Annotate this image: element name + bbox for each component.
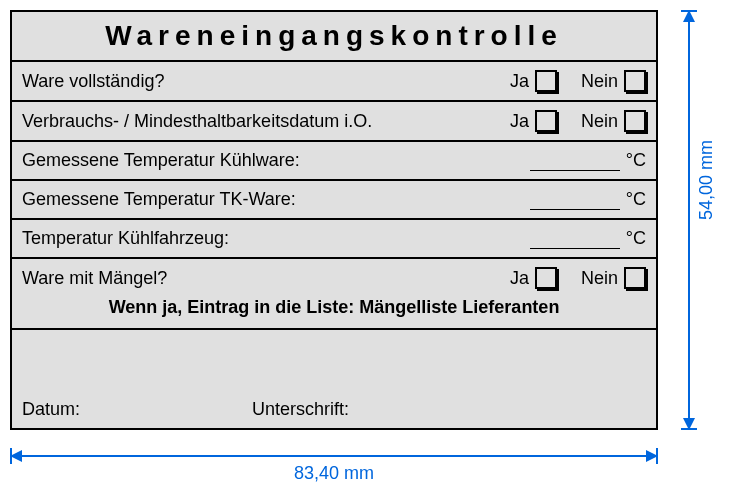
- label-yes: Ja: [510, 71, 529, 92]
- row-defects: Ware mit Mängel? Ja Nein Wenn ja, Eintra…: [12, 259, 656, 330]
- row-temp-vehicle: Temperatur Kühlfahrzeug: °C: [12, 220, 656, 259]
- defects-note: Wenn ja, Eintrag in die Liste: Mängellis…: [22, 297, 646, 318]
- dimension-height-label: 54,00 mm: [696, 140, 717, 220]
- label-expiry: Verbrauchs- / Mindesthaltbarkeitsdatum i…: [22, 111, 510, 132]
- form-title: Wareneingangskontrolle: [12, 12, 656, 62]
- label-temp-frozen: Gemessene Temperatur TK-Ware:: [22, 189, 530, 210]
- label-signature: Unterschrift:: [252, 399, 349, 420]
- checkbox-defects-yes[interactable]: [535, 267, 557, 289]
- unit-celsius: °C: [626, 189, 646, 210]
- row-expiry: Verbrauchs- / Mindesthaltbarkeitsdatum i…: [12, 102, 656, 142]
- yn-group: Ja Nein: [510, 70, 646, 92]
- row-signature: Datum: Unterschrift:: [12, 330, 656, 428]
- label-no: Nein: [581, 111, 618, 132]
- row-ware-complete: Ware vollständig? Ja Nein: [12, 62, 656, 102]
- label-yes: Ja: [510, 111, 529, 132]
- label-defects: Ware mit Mängel?: [22, 268, 510, 289]
- label-no: Nein: [581, 268, 618, 289]
- row-temp-frozen: Gemessene Temperatur TK-Ware: °C: [12, 181, 656, 220]
- label-temp-vehicle: Temperatur Kühlfahrzeug:: [22, 228, 530, 249]
- label-temp-cool: Gemessene Temperatur Kühlware:: [22, 150, 530, 171]
- yn-group: Ja Nein: [510, 110, 646, 132]
- dimension-width-label: 83,40 mm: [10, 463, 658, 484]
- input-line-temp-cool[interactable]: [530, 153, 620, 171]
- input-line-temp-frozen[interactable]: [530, 192, 620, 210]
- input-line-temp-vehicle[interactable]: [530, 231, 620, 249]
- checkbox-expiry-yes[interactable]: [535, 110, 557, 132]
- yn-group: Ja Nein: [510, 267, 646, 289]
- label-ware-complete: Ware vollständig?: [22, 71, 510, 92]
- checkbox-defects-no[interactable]: [624, 267, 646, 289]
- label-yes: Ja: [510, 268, 529, 289]
- label-no: Nein: [581, 71, 618, 92]
- stamp-form: Wareneingangskontrolle Ware vollständig?…: [10, 10, 658, 430]
- row-temp-cool: Gemessene Temperatur Kühlware: °C: [12, 142, 656, 181]
- dimension-height: 54,00 mm: [678, 10, 734, 430]
- checkbox-complete-yes[interactable]: [535, 70, 557, 92]
- dimension-width: 83,40 mm: [10, 445, 658, 495]
- unit-celsius: °C: [626, 150, 646, 171]
- label-date: Datum:: [22, 399, 252, 420]
- unit-celsius: °C: [626, 228, 646, 249]
- checkbox-expiry-no[interactable]: [624, 110, 646, 132]
- checkbox-complete-no[interactable]: [624, 70, 646, 92]
